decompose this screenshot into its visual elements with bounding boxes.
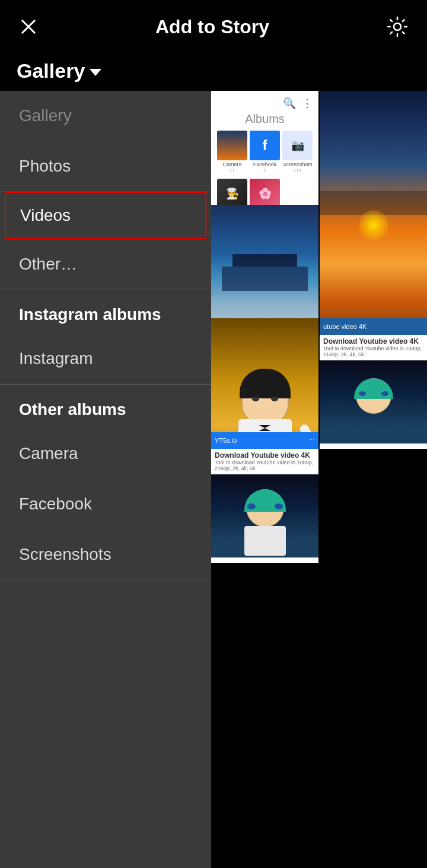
svg-point-0 (394, 23, 401, 30)
other-albums-header: Other albums (0, 385, 211, 429)
gear-icon (387, 16, 408, 37)
sidebar-item-gallery[interactable]: Gallery (0, 91, 211, 141)
chevron-down-icon (90, 69, 101, 76)
ships-ocean-cell[interactable] (211, 205, 318, 328)
yt-bar-left: utube video 4K (320, 318, 427, 335)
yt-screenshot-right-cell[interactable]: YT5s.io ⋯ Download Youtube video 4K Tool… (211, 432, 318, 563)
albums-panel-cell[interactable]: 🔍 ⋮ Albums Camera 11 f Face (211, 91, 318, 214)
gallery-selector-label: Gallery (17, 59, 85, 83)
close-button[interactable] (17, 15, 40, 39)
sidebar-item-instagram[interactable]: Instagram (0, 334, 211, 384)
settings-button[interactable] (384, 14, 410, 40)
sidebar-item-photos[interactable]: Photos (0, 141, 211, 192)
sidebar-item-facebook[interactable]: Facebook (0, 479, 211, 530)
yt-bar-right: YT5s.io ⋯ (211, 432, 318, 449)
yt-screenshot-left-cell[interactable]: utube video 4K Download Youtube video 4K… (320, 318, 427, 449)
instagram-albums-header: Instagram albums (0, 290, 211, 334)
sidebar-item-camera[interactable]: Camera (0, 429, 211, 479)
header-title: Add to Story (155, 16, 269, 38)
yt-title-left: Download Youtube video 4K (323, 337, 423, 346)
yt-title-right: Download Youtube video 4K (215, 451, 315, 460)
albums-panel-title: Albums (217, 112, 313, 126)
sidebar-item-videos[interactable]: Videos (5, 192, 206, 239)
sidebar: Gallery Photos Videos Other… Instagram a… (0, 91, 211, 868)
photo-grid: 🔍 ⋮ Albums Camera 11 f Face (211, 91, 427, 868)
sidebar-item-screenshots[interactable]: Screenshots (0, 530, 211, 580)
gallery-dropdown-button[interactable]: Gallery (0, 53, 427, 91)
main-area: Gallery Photos Videos Other… Instagram a… (0, 91, 427, 868)
yt-subtitle-right: Tool to download Youtube video in 1080p,… (215, 460, 315, 471)
sunset-city-cell[interactable] (320, 91, 427, 339)
yt-subtitle-left: Tool to download Youtube video in 1080p,… (323, 346, 423, 357)
header: Add to Story (0, 0, 427, 53)
sidebar-item-other[interactable]: Other… (0, 239, 211, 290)
